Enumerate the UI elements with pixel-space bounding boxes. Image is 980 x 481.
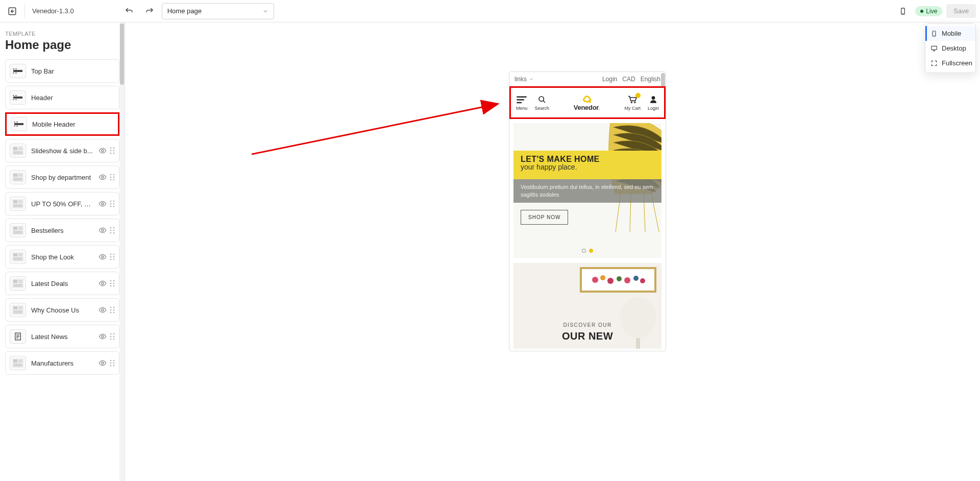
page-title: Home page	[5, 38, 119, 52]
svg-point-70	[113, 256, 115, 258]
preview-mobile-header: Menu Search Venedor.	[509, 86, 666, 119]
svg-point-22	[102, 150, 104, 152]
drag-handle[interactable]	[110, 306, 115, 314]
drag-handle[interactable]	[110, 333, 115, 340]
visibility-toggle[interactable]	[99, 147, 107, 155]
section-controls	[99, 200, 115, 208]
svg-point-83	[113, 285, 115, 287]
hero-pagination	[582, 249, 593, 253]
svg-rect-65	[13, 257, 22, 260]
svg-rect-20	[18, 147, 22, 150]
svg-point-38	[110, 179, 112, 181]
shop-now-button[interactable]: SHOP NOW	[521, 210, 568, 225]
section-item[interactable]: Latest Deals	[5, 272, 119, 295]
visibility-toggle[interactable]	[99, 306, 107, 314]
device-toggle-button[interactable]	[895, 3, 911, 19]
drag-handle[interactable]	[110, 359, 115, 367]
section-item[interactable]: Mobile Header	[5, 112, 119, 136]
svg-point-102	[110, 336, 112, 338]
device-option-desktop[interactable]: Desktop	[925, 41, 975, 56]
svg-point-50	[113, 206, 115, 207]
save-button[interactable]: Save	[946, 4, 976, 18]
svg-point-71	[110, 259, 112, 260]
exit-editor-button[interactable]	[4, 3, 20, 19]
redo-button[interactable]	[141, 3, 158, 19]
topbar-login-link[interactable]: Login	[602, 76, 617, 83]
device-option-fullscreen[interactable]: Fullscreen	[925, 56, 975, 70]
section-thumbnail	[10, 303, 26, 317]
login-button[interactable]: Login	[648, 94, 659, 111]
section-item[interactable]: Bestsellers	[5, 219, 119, 242]
svg-rect-13	[14, 123, 23, 125]
visibility-toggle[interactable]	[99, 359, 107, 367]
page-selector[interactable]: Home page	[162, 3, 274, 19]
svg-rect-9	[13, 95, 14, 96]
visibility-toggle[interactable]	[99, 200, 107, 208]
preview-hero: LET'S MAKE HOME your happy place. Vestib…	[513, 123, 662, 258]
hero-dot-1[interactable]	[582, 249, 586, 253]
svg-point-58	[110, 230, 112, 231]
section-controls	[99, 359, 115, 367]
section-item[interactable]: Manufacturers	[5, 351, 119, 375]
section-item[interactable]: Shop the Look	[5, 245, 119, 269]
menu-button[interactable]: Menu	[516, 94, 528, 111]
section-item[interactable]: UP TO 50% OFF, EV...	[5, 192, 119, 215]
section-item[interactable]: Latest News	[5, 325, 119, 348]
svg-point-24	[113, 148, 115, 149]
svg-point-78	[110, 280, 112, 282]
topbar-currency[interactable]: CAD	[622, 76, 635, 83]
section-item[interactable]: Slideshow & side b...	[5, 139, 119, 162]
svg-rect-75	[18, 280, 22, 283]
section-thumbnail	[10, 170, 26, 184]
drag-handle[interactable]	[110, 227, 115, 234]
svg-point-132	[607, 278, 614, 284]
svg-point-69	[110, 256, 112, 258]
live-label: Live	[926, 8, 937, 15]
sidebar-scrollbar-track[interactable]	[119, 22, 125, 481]
svg-rect-3	[13, 70, 22, 72]
svg-rect-85	[13, 306, 17, 309]
topbar-language[interactable]: English	[641, 76, 660, 83]
preview-logo[interactable]: Venedor.	[574, 94, 600, 111]
visibility-toggle[interactable]	[99, 253, 107, 261]
visibility-toggle[interactable]	[99, 226, 107, 234]
section-item[interactable]: Shop by department	[5, 165, 119, 189]
drag-handle[interactable]	[110, 253, 115, 260]
search-button[interactable]: Search	[535, 94, 550, 111]
section-label: UP TO 50% OFF, EV...	[31, 200, 93, 208]
cart-button[interactable]: My Cart	[624, 94, 641, 111]
section-controls	[99, 332, 115, 341]
sidebar-scrollbar-thumb[interactable]	[120, 23, 124, 85]
undo-button[interactable]	[121, 3, 137, 19]
section-thumbnail	[11, 117, 27, 131]
section-item[interactable]: Why Choose Us	[5, 298, 119, 322]
svg-point-116	[113, 365, 115, 367]
live-status-pill[interactable]: Live	[915, 6, 942, 16]
svg-point-99	[102, 335, 104, 338]
chevron-down-icon	[262, 8, 268, 14]
svg-point-25	[110, 150, 112, 152]
topbar-links-dropdown[interactable]: links	[514, 76, 534, 83]
section-item[interactable]: Top Bar	[5, 59, 119, 83]
drag-handle[interactable]	[110, 280, 115, 287]
visibility-toggle[interactable]	[99, 332, 107, 341]
svg-point-115	[110, 365, 112, 367]
section-controls	[99, 279, 115, 287]
svg-point-92	[113, 309, 115, 311]
visibility-toggle[interactable]	[99, 279, 107, 287]
cart-icon	[627, 94, 638, 105]
section-controls	[99, 173, 115, 181]
drag-handle[interactable]	[110, 174, 115, 181]
device-option-mobile[interactable]: Mobile	[925, 26, 975, 41]
section-item[interactable]: Header	[5, 86, 119, 109]
hero-description: Vestibulum pretium dui tellus, in eleife…	[513, 179, 662, 203]
menu-icon	[517, 94, 527, 105]
section-thumbnail	[10, 90, 26, 105]
visibility-toggle[interactable]	[99, 173, 107, 181]
svg-point-44	[102, 203, 104, 205]
drag-handle[interactable]	[110, 147, 115, 154]
hero-dot-2[interactable]	[589, 249, 593, 253]
svg-rect-21	[13, 151, 22, 154]
svg-point-77	[102, 282, 104, 284]
drag-handle[interactable]	[110, 200, 115, 207]
